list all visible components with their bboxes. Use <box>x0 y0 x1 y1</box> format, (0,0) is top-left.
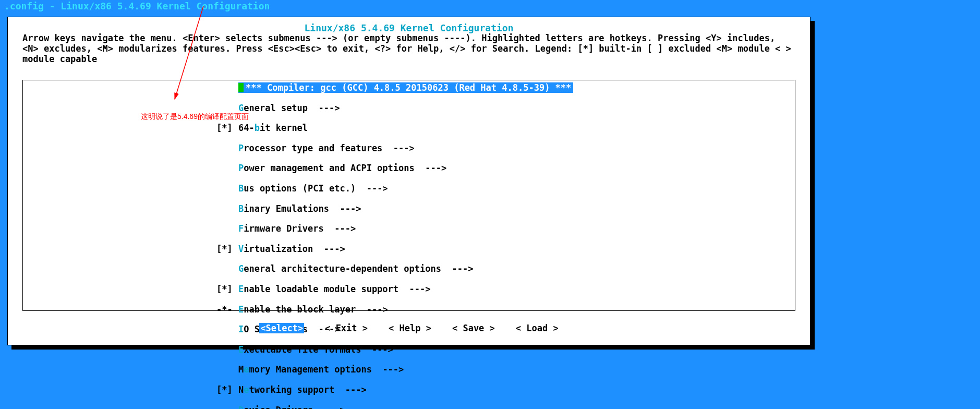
button-help[interactable]: < Help > <box>389 323 431 333</box>
button-exit[interactable]: < Exit > <box>325 323 368 333</box>
menu-item-label: Binary Emulations ---> <box>238 203 361 214</box>
cursor <box>238 83 244 92</box>
button-select[interactable]: <Select> <box>259 323 304 333</box>
menu-item-13[interactable]: Executable file formats ---> <box>216 345 573 355</box>
menu-item-11[interactable]: -*-Enable the block layer ---> <box>216 305 573 315</box>
hotkey: P <box>238 143 244 153</box>
hotkey: F <box>238 223 244 234</box>
hotkey: B <box>238 183 244 194</box>
menu-item-14[interactable]: Memory Management options ---> <box>216 365 573 375</box>
button-save[interactable]: < Save > <box>452 323 495 333</box>
menu-item-label: Bus options (PCI etc.) ---> <box>238 183 388 194</box>
hotkey: D <box>238 405 244 410</box>
hotkey: E <box>238 284 244 294</box>
hotkey: E <box>238 304 244 315</box>
menu-item-label: Virtualization ---> <box>238 244 345 254</box>
menu-item-label: Enable loadable module support ---> <box>238 284 430 294</box>
menu-item-2[interactable]: [*]64-bit kernel <box>216 123 573 133</box>
menu-item-label: Enable the block layer ---> <box>238 304 388 315</box>
menu-item-prefix <box>216 163 238 173</box>
menu-item-label: 64-bit kernel <box>238 123 308 133</box>
menu-item-prefix: [*] <box>216 385 238 395</box>
menu-item-15[interactable]: [*]Networking support ---> <box>216 385 573 395</box>
menu-item-5[interactable]: Bus options (PCI etc.) ---> <box>216 184 573 194</box>
hotkey: e <box>244 384 249 395</box>
menu-item-label: Networking support ---> <box>238 384 367 395</box>
menu-item-prefix <box>216 143 238 153</box>
menu-item-9[interactable]: General architecture-dependent options -… <box>216 264 573 274</box>
menu-item-prefix: [*] <box>216 244 238 254</box>
hotkey: G <box>238 263 244 274</box>
menu-item-prefix <box>216 103 238 113</box>
menu-item-label: Firmware Drivers ---> <box>238 223 356 234</box>
menu-item-label: General architecture-dependent options -… <box>238 263 473 274</box>
window-title: .config - Linux/x86 5.4.69 Kernel Config… <box>0 0 980 16</box>
menu-item-prefix <box>216 184 238 194</box>
menu-item-label: Memory Management options ---> <box>238 364 404 375</box>
menu-item-1[interactable]: General setup ---> <box>216 103 573 113</box>
menu-item-prefix <box>216 405 238 410</box>
menu-item-label: *** Compiler: gcc (GCC) 4.8.5 20150623 (… <box>238 82 573 93</box>
hotkey: V <box>238 244 244 254</box>
menu-item-0[interactable]: *** Compiler: gcc (GCC) 4.8.5 20150623 (… <box>216 83 573 93</box>
menu-item-prefix: -*- <box>216 305 238 315</box>
menu-item-label: Power management and ACPI options ---> <box>238 163 446 173</box>
button-bar: <Select>< Exit >< Help >< Save >< Load > <box>8 323 810 333</box>
menu-item-label: Device Drivers ---> <box>238 405 345 410</box>
help-text: Arrow keys navigate the menu. <Enter> se… <box>22 33 795 64</box>
hotkey: B <box>238 203 244 214</box>
hotkey: G <box>238 103 244 113</box>
annotation-text: 这明说了是5.4.69的编译配置页面 <box>141 112 249 122</box>
menu-item-prefix: [*] <box>216 284 238 294</box>
menu-item-label: Processor type and features ---> <box>238 143 415 153</box>
menu-item-6[interactable]: Binary Emulations ---> <box>216 204 573 214</box>
menuconfig-panel: Linux/x86 5.4.69 Kernel Configuration Ar… <box>7 17 810 345</box>
button-load[interactable]: < Load > <box>516 323 559 333</box>
hotkey: e <box>244 364 249 375</box>
menu-item-prefix <box>216 224 238 234</box>
menu-item-10[interactable]: [*]Enable loadable module support ---> <box>216 284 573 294</box>
menu-item-4[interactable]: Power management and ACPI options ---> <box>216 163 573 173</box>
menu-item-7[interactable]: Firmware Drivers ---> <box>216 224 573 234</box>
menu-item-prefix <box>216 204 238 214</box>
menu-item-prefix <box>216 264 238 274</box>
menu-item-label: General setup ---> <box>238 103 340 113</box>
hotkey: b <box>255 123 260 133</box>
panel-title: Linux/x86 5.4.69 Kernel Configuration <box>8 22 810 33</box>
menu-item-prefix: [*] <box>216 123 238 133</box>
menu-item-label: Executable file formats ---> <box>238 344 393 355</box>
menu-list[interactable]: *** Compiler: gcc (GCC) 4.8.5 20150623 (… <box>216 83 573 409</box>
menu-item-3[interactable]: Processor type and features ---> <box>216 143 573 153</box>
menu-item-8[interactable]: [*]Virtualization ---> <box>216 244 573 254</box>
hotkey: E <box>238 344 244 355</box>
menu-item-prefix <box>216 345 238 355</box>
hotkey: P <box>238 163 244 173</box>
menu-item-prefix <box>216 83 238 93</box>
menu-item-16[interactable]: Device Drivers ---> <box>216 405 573 410</box>
menu-item-prefix <box>216 365 238 375</box>
